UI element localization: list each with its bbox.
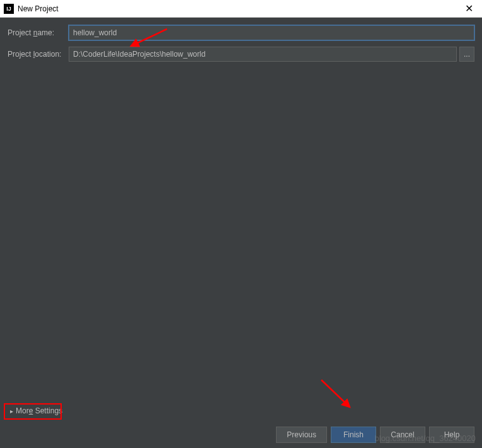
chevron-right-icon: ▸ [10,408,13,415]
button-bar: Previous Finish Cancel Help [0,422,482,448]
project-location-label: Project location: [8,50,69,59]
browse-button[interactable]: ... [459,47,474,62]
more-settings-expander[interactable]: ▸ More Settings [8,405,65,416]
app-icon: IJ [4,4,14,14]
project-name-label: Project name: [8,28,69,37]
project-location-input[interactable] [69,47,457,62]
titlebar: IJ New Project ✕ [0,0,482,18]
window-title: New Project [18,4,459,13]
more-settings-label: More Settings [16,406,62,415]
dialog-content: Project name: Project location: ... ▸ Mo… [0,18,482,422]
project-location-row: Project location: ... [8,47,474,62]
close-button[interactable]: ✕ [459,1,478,16]
help-button[interactable]: Help [429,427,474,443]
cancel-button[interactable]: Cancel [380,427,425,443]
project-name-row: Project name: [8,25,474,40]
finish-button[interactable]: Finish [331,427,376,443]
previous-button[interactable]: Previous [276,427,327,443]
project-name-input[interactable] [69,25,474,40]
